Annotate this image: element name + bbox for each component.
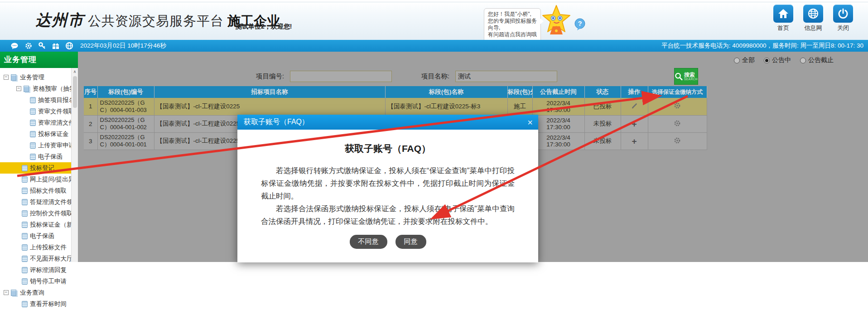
document-icon — [22, 278, 28, 285]
document-icon — [30, 108, 36, 115]
radio-icon — [734, 58, 740, 63]
table-header-row: 序号 标段(包)编号 招标项目名称 标段(包)名称 标段(包)分类 公告截止时间… — [84, 86, 707, 98]
disagree-button[interactable]: 不同意 — [350, 235, 387, 249]
brand-platform: 公共资源交易服务平台 — [88, 12, 224, 30]
sidebar-item-upload-prequal-file[interactable]: 上传资审申请文件 — [0, 140, 71, 151]
document-icon — [22, 301, 28, 307]
sidebar-item-clarify-file-pickup[interactable]: 答疑澄清文件领取 — [0, 196, 71, 208]
sidebar-item-control-price-pickup[interactable]: 控制价文件领取 — [0, 208, 71, 219]
dialog-paragraph-2: 若选择合法保函形式缴纳投标保证金，投标人须在“电子保函”菜单中查询合法保函开具情… — [261, 202, 515, 228]
project-no-input[interactable] — [290, 71, 392, 82]
page: 达州市 公共资源交易服务平台 施工企业 测试单位2，欢迎您! 您好！我是"小桥"… — [0, 0, 868, 320]
document-icon — [22, 233, 28, 239]
agree-button[interactable]: 同意 — [395, 235, 426, 249]
sidebar-item-prequal-clarify-pickup[interactable]: 资审澄清文件领取 — [0, 117, 71, 128]
sidebar-item-business-management[interactable]: −业务管理 — [0, 72, 71, 83]
sidebar-item-remote-bid-opening[interactable]: 不见面开标大厅 — [0, 253, 71, 264]
document-icon — [22, 210, 28, 217]
document-icon — [30, 154, 36, 160]
folder-icon — [11, 74, 16, 81]
gift-icon[interactable] — [52, 43, 59, 49]
toolbar-icons — [11, 42, 73, 49]
dialog-title: 获取子账号（FAQ） — [244, 117, 309, 127]
scrollbar-thumb[interactable] — [73, 76, 77, 108]
document-icon — [30, 131, 36, 137]
brand-city: 达州市 — [35, 10, 84, 31]
nav-close-button[interactable]: 关闭 — [833, 5, 854, 32]
welcome-text: 测试单位2，欢迎您! — [236, 23, 292, 31]
sidebar-item-prequal-file-pickup[interactable]: 资审文件领取 — [0, 106, 71, 117]
sidebar-item-tender-file-pickup[interactable]: 招标文件领取 — [0, 185, 71, 196]
sidebar-tree: −业务管理 −资格预审（抽签法） 抽签项目报名 资审文件领取 资审澄清文件领取 … — [0, 68, 78, 310]
nav-home-button[interactable]: 首页 — [773, 5, 794, 32]
radio-all[interactable]: 全部 — [734, 56, 755, 64]
announcement-filter: 全部 公告中 公告截止 — [734, 56, 834, 64]
sidebar-item-e-guarantee-2[interactable]: 电子保函 — [0, 230, 71, 242]
key-icon[interactable] — [39, 42, 46, 49]
radio-announcing[interactable]: 公告中 — [764, 56, 791, 64]
sidebar: 业务管理 −业务管理 −资格预审（抽签法） 抽签项目报名 资审文件领取 资审澄清… — [0, 52, 78, 320]
dialog-body: 获取子账号（FAQ） 若选择银行转账方式缴纳保证金，投标人须在“保证金查询”菜单… — [237, 130, 538, 262]
radio-announce-ended[interactable]: 公告截止 — [800, 56, 834, 64]
folder-icon — [11, 290, 16, 296]
folder-icon — [24, 86, 29, 92]
sidebar-item-business-query[interactable]: −业务查询 — [0, 287, 71, 298]
home-icon — [773, 5, 793, 23]
dialog-heading: 获取子账号（FAQ） — [261, 142, 515, 155]
power-icon — [833, 5, 853, 23]
sidebar-item-prequalification[interactable]: −资格预审（抽签法） — [0, 83, 71, 94]
radio-checked-icon — [764, 58, 770, 63]
sidebar-item-e-guarantee[interactable]: 电子保函 — [0, 151, 71, 162]
sidebar-title: 业务管理 — [0, 52, 78, 68]
gear-icon[interactable] — [25, 42, 32, 49]
document-icon — [30, 120, 36, 126]
document-icon — [30, 97, 36, 103]
svg-text:?: ? — [578, 19, 582, 27]
sidebar-item-evaluation-clarify-reply[interactable]: 评标澄清回复 — [0, 264, 71, 276]
sidebar-item-upload-bid-file[interactable]: 上传投标文件 — [0, 242, 71, 253]
toolbar: 2022年03月02日 10时17分46秒 平台统一技术服务电话为: 40099… — [0, 40, 868, 52]
document-icon — [22, 176, 28, 183]
deposit-method-gear-icon[interactable] — [674, 102, 681, 109]
scroll-up-icon[interactable]: ∧ — [72, 68, 78, 75]
sidebar-item-bid-deposit-new[interactable]: 投标保证金（新模式） — [0, 128, 71, 140]
document-icon — [22, 199, 28, 205]
top-header: 达州市 公共资源交易服务平台 施工企业 测试单位2，欢迎您! 您好！我是"小桥"… — [0, 0, 868, 40]
help-icon[interactable]: ? — [574, 18, 587, 33]
sidebar-item-online-question[interactable]: 网上提问/提出异议 — [0, 174, 71, 185]
close-icon[interactable]: × — [527, 118, 533, 127]
mascot-star-icon[interactable] — [542, 5, 571, 38]
dialog-paragraph-1: 若选择银行转账方式缴纳保证金，投标人须在“保证金查询”菜单中打印投标保证金缴纳凭… — [261, 164, 515, 202]
search-button[interactable]: 搜索SEARCH — [674, 68, 698, 85]
sidebar-item-bid-deposit-new-2[interactable]: 投标保证金（新模式） — [0, 219, 71, 230]
add-icon[interactable]: + — [632, 120, 637, 128]
project-name-input[interactable] — [455, 71, 557, 82]
deposit-method-gear-icon[interactable] — [674, 137, 681, 144]
sidebar-item-lottery-signup[interactable]: 抽签项目报名 — [0, 94, 71, 106]
sidebar-scrollbar[interactable]: ∧ — [71, 68, 78, 262]
chat-icon[interactable] — [11, 43, 19, 49]
dialog-actions: 不同意 同意 — [261, 235, 515, 249]
deposit-method-gear-icon[interactable] — [674, 120, 681, 127]
globe-icon[interactable] — [66, 42, 73, 49]
globe-icon — [803, 5, 823, 23]
document-icon — [30, 142, 36, 149]
edit-icon[interactable] — [631, 102, 638, 109]
document-icon — [22, 244, 28, 251]
sidebar-item-cancel-stop-apply[interactable]: 销号停工申请 — [0, 276, 71, 287]
collapse-icon[interactable]: − — [4, 75, 9, 80]
document-icon — [22, 267, 28, 273]
document-icon — [22, 165, 28, 171]
sidebar-item-view-opening-time[interactable]: 查看开标时间 — [0, 298, 71, 310]
sidebar-item-bid-registration[interactable]: 投标登记 — [0, 162, 71, 174]
faq-dialog: 获取子账号（FAQ） × 获取子账号（FAQ） 若选择银行转账方式缴纳保证金，投… — [237, 115, 538, 262]
nav-infonet-button[interactable]: 信息网 — [803, 5, 824, 32]
add-icon[interactable]: + — [632, 137, 637, 145]
table-row[interactable]: 1 DS20220225（GC）0004-001-003 【国泰测试】-cl-工… — [84, 98, 707, 115]
search-icon — [675, 72, 683, 81]
document-icon — [22, 222, 28, 228]
collapse-icon[interactable]: − — [4, 290, 9, 295]
service-hotline-text: 平台统一技术服务电话为: 4009980000，服务时间: 周一至周日8: 00… — [661, 40, 863, 52]
project-name-label: 项目名称: — [421, 72, 449, 81]
collapse-icon[interactable]: − — [16, 86, 21, 91]
